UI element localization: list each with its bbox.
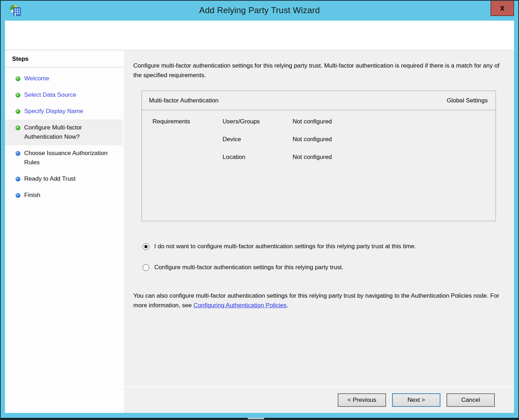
window-title: Add Relying Party Trust Wizard bbox=[0, 5, 519, 15]
footer-note: You can also configure multi-factor auth… bbox=[133, 291, 505, 310]
completed-step-icon bbox=[16, 109, 20, 114]
radio-button-icon[interactable] bbox=[143, 243, 149, 250]
upcoming-step-icon bbox=[16, 177, 20, 181]
steps-sidebar: Steps Welcome Select Data Source Specify… bbox=[5, 50, 122, 413]
wizard-window: Add Relying Party Trust Wizard x Steps W… bbox=[0, 0, 519, 420]
mfa-table-title: Multi-factor Authentication bbox=[149, 97, 219, 104]
sidebar-step-welcome[interactable]: Welcome bbox=[5, 70, 122, 87]
mfa-choice-group: I do not want to configure multi-factor … bbox=[133, 243, 505, 271]
sidebar-step-ready-to-add: Ready to Add Trust bbox=[5, 171, 122, 187]
wizard-header-band bbox=[5, 21, 514, 50]
current-step-icon bbox=[16, 126, 20, 130]
radio-button-icon[interactable] bbox=[143, 264, 149, 271]
footer-text: You can also configure multi-factor auth… bbox=[133, 292, 499, 309]
cancel-button[interactable]: Cancel bbox=[446, 393, 495, 407]
steps-list: Welcome Select Data Source Specify Displ… bbox=[5, 68, 122, 203]
wizard-button-bar: < Previous Next > Cancel bbox=[124, 386, 514, 413]
main-pane: Configure multi-factor authentication se… bbox=[124, 50, 514, 413]
intro-text: Configure multi-factor authentication se… bbox=[133, 50, 505, 80]
requirement-name: Users/Groups bbox=[223, 118, 293, 136]
sidebar-step-issuance-rules: Choose Issuance Authorization Rules bbox=[5, 145, 122, 171]
requirement-value: Not configured bbox=[293, 136, 496, 154]
wizard-dialog: Steps Welcome Select Data Source Specify… bbox=[5, 21, 514, 413]
close-icon: x bbox=[500, 3, 505, 13]
requirements-label: Requirements bbox=[153, 118, 223, 136]
close-button[interactable]: x bbox=[491, 0, 514, 16]
requirement-name: Device bbox=[223, 136, 293, 154]
sidebar-step-finish: Finish bbox=[5, 187, 122, 203]
previous-button[interactable]: < Previous bbox=[338, 393, 386, 407]
mfa-table-header: Multi-factor Authentication Global Setti… bbox=[142, 91, 496, 110]
title-bar: Add Relying Party Trust Wizard x bbox=[0, 0, 519, 21]
taskbar-peek bbox=[248, 418, 264, 420]
requirement-value: Not configured bbox=[293, 154, 496, 171]
radio-configure-mfa[interactable]: Configure multi-factor authentication se… bbox=[143, 264, 505, 271]
configuring-auth-policies-link[interactable]: Configuring Authentication Policies bbox=[193, 302, 287, 309]
step-content: Configure multi-factor authentication se… bbox=[124, 50, 514, 386]
sidebar-step-configure-mfa: Configure Multi-factor Authentication No… bbox=[5, 119, 122, 145]
adfs-app-icon bbox=[9, 4, 22, 16]
completed-step-icon bbox=[16, 76, 20, 81]
spacer-cell bbox=[153, 154, 223, 171]
steps-heading: Steps bbox=[12, 55, 122, 63]
sidebar-step-specify-display-name[interactable]: Specify Display Name bbox=[5, 103, 122, 119]
requirement-name: Location bbox=[223, 154, 293, 171]
spacer-cell bbox=[153, 136, 223, 154]
upcoming-step-icon bbox=[16, 151, 20, 156]
completed-step-icon bbox=[16, 93, 20, 97]
radio-skip-mfa[interactable]: I do not want to configure multi-factor … bbox=[143, 243, 505, 250]
sidebar-step-select-data-source[interactable]: Select Data Source bbox=[5, 87, 122, 103]
upcoming-step-icon bbox=[16, 193, 20, 198]
next-button[interactable]: Next > bbox=[392, 393, 440, 407]
mfa-settings-table: Multi-factor Authentication Global Setti… bbox=[141, 91, 496, 221]
footer-text-period: . bbox=[287, 302, 288, 309]
requirement-value: Not configured bbox=[293, 118, 496, 136]
global-settings-label: Global Settings bbox=[447, 97, 488, 104]
mfa-table-body: Requirements Users/Groups Not configured… bbox=[142, 110, 496, 171]
